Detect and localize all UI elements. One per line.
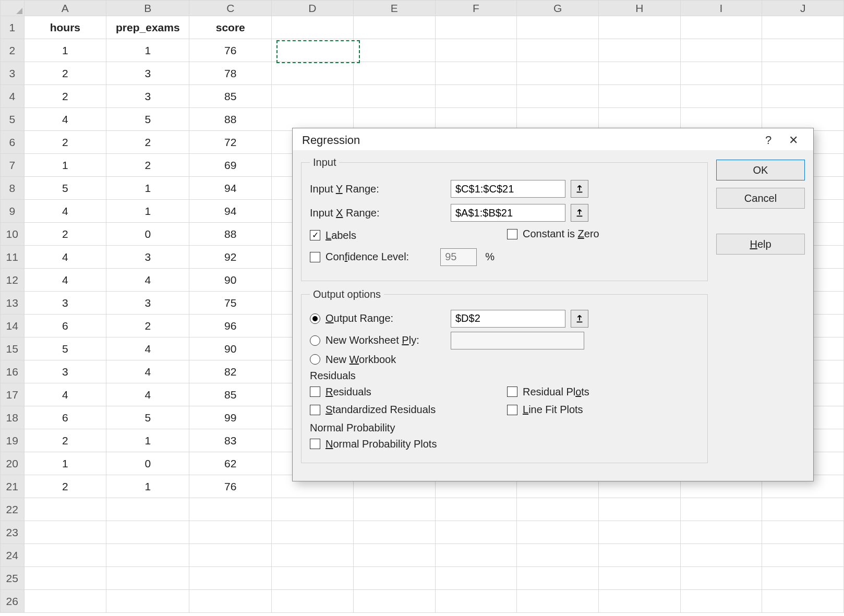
cell-C9[interactable]: 94 [189, 200, 272, 223]
row-header-20[interactable]: 20 [1, 452, 25, 475]
cell-B19[interactable]: 1 [106, 429, 189, 452]
column-header-F[interactable]: F [435, 1, 517, 16]
column-header-D[interactable]: D [272, 1, 354, 16]
row-header-1[interactable]: 1 [1, 16, 25, 39]
column-header-B[interactable]: B [106, 1, 189, 16]
cell-G5[interactable] [517, 108, 599, 131]
cell-A5[interactable]: 4 [24, 108, 106, 131]
row-header-11[interactable]: 11 [1, 246, 25, 269]
cell-C8[interactable]: 94 [189, 177, 272, 200]
cell-C26[interactable] [189, 590, 272, 613]
cell-G3[interactable] [517, 62, 599, 85]
cell-I1[interactable] [680, 16, 762, 39]
cell-C7[interactable]: 69 [189, 154, 272, 177]
cell-H3[interactable] [598, 62, 680, 85]
cell-A4[interactable]: 2 [24, 85, 106, 108]
cell-J4[interactable] [762, 85, 844, 108]
cell-C22[interactable] [189, 498, 272, 521]
collapse-range-icon[interactable] [571, 204, 588, 222]
cell-I25[interactable] [680, 567, 762, 590]
cell-B20[interactable]: 0 [106, 452, 189, 475]
cell-C25[interactable] [189, 567, 272, 590]
cell-H26[interactable] [598, 590, 680, 613]
cell-C12[interactable]: 90 [189, 269, 272, 292]
cell-I23[interactable] [680, 521, 762, 544]
cell-C13[interactable]: 75 [189, 292, 272, 315]
collapse-range-icon[interactable] [571, 310, 588, 328]
cell-B15[interactable]: 4 [106, 337, 189, 360]
new-workbook-radio[interactable]: New Workbook [310, 354, 396, 366]
standardized-residuals-checkbox[interactable]: Standardized Residuals [310, 404, 436, 416]
residual-plots-checkbox[interactable]: Residual Plots [507, 386, 589, 398]
cell-D23[interactable] [272, 521, 354, 544]
cell-A19[interactable]: 2 [24, 429, 106, 452]
column-header-C[interactable]: C [189, 1, 272, 16]
cell-A18[interactable]: 6 [24, 406, 106, 429]
cell-F5[interactable] [435, 108, 517, 131]
cell-G26[interactable] [517, 590, 599, 613]
row-header-4[interactable]: 4 [1, 85, 25, 108]
cell-A10[interactable]: 2 [24, 223, 106, 246]
cell-D25[interactable] [272, 567, 354, 590]
cell-C24[interactable] [189, 544, 272, 567]
cell-D4[interactable] [272, 85, 354, 108]
cell-F4[interactable] [435, 85, 517, 108]
cell-D2[interactable] [272, 39, 354, 62]
cell-F1[interactable] [435, 16, 517, 39]
column-header-A[interactable]: A [24, 1, 106, 16]
cell-D3[interactable] [272, 62, 354, 85]
cell-B10[interactable]: 0 [106, 223, 189, 246]
cell-H23[interactable] [598, 521, 680, 544]
cell-C15[interactable]: 90 [189, 337, 272, 360]
cancel-button[interactable]: Cancel [716, 188, 805, 209]
new-worksheet-ply-radio[interactable]: New Worksheet Ply: [310, 334, 445, 346]
cell-A16[interactable]: 3 [24, 360, 106, 383]
cell-J22[interactable] [762, 498, 844, 521]
cell-B24[interactable] [106, 544, 189, 567]
cell-B23[interactable] [106, 521, 189, 544]
cell-B2[interactable]: 1 [106, 39, 189, 62]
column-header-E[interactable]: E [353, 1, 435, 16]
cell-C20[interactable]: 62 [189, 452, 272, 475]
cell-B17[interactable]: 4 [106, 383, 189, 406]
row-header-16[interactable]: 16 [1, 360, 25, 383]
cell-E3[interactable] [353, 62, 435, 85]
help-button[interactable]: Help [716, 234, 805, 255]
cell-B18[interactable]: 5 [106, 406, 189, 429]
cell-A17[interactable]: 4 [24, 383, 106, 406]
cell-C10[interactable]: 88 [189, 223, 272, 246]
cell-F24[interactable] [435, 544, 517, 567]
column-header-I[interactable]: I [680, 1, 762, 16]
cell-J2[interactable] [762, 39, 844, 62]
cell-C16[interactable]: 82 [189, 360, 272, 383]
cell-E25[interactable] [353, 567, 435, 590]
cell-C23[interactable] [189, 521, 272, 544]
cell-H1[interactable] [598, 16, 680, 39]
cell-B5[interactable]: 5 [106, 108, 189, 131]
cell-A11[interactable]: 4 [24, 246, 106, 269]
cell-J1[interactable] [762, 16, 844, 39]
close-icon[interactable]: ✕ [781, 134, 806, 147]
cell-A1[interactable]: hours [24, 16, 106, 39]
row-header-22[interactable]: 22 [1, 498, 25, 521]
cell-C21[interactable]: 76 [189, 475, 272, 498]
cell-H25[interactable] [598, 567, 680, 590]
cell-D1[interactable] [272, 16, 354, 39]
cell-C5[interactable]: 88 [189, 108, 272, 131]
cell-E5[interactable] [353, 108, 435, 131]
cell-C11[interactable]: 92 [189, 246, 272, 269]
row-header-19[interactable]: 19 [1, 429, 25, 452]
row-header-18[interactable]: 18 [1, 406, 25, 429]
row-header-6[interactable]: 6 [1, 131, 25, 154]
row-header-7[interactable]: 7 [1, 154, 25, 177]
cell-I4[interactable] [680, 85, 762, 108]
cell-B7[interactable]: 2 [106, 154, 189, 177]
confidence-level-checkbox[interactable]: Confidence Level: [310, 251, 409, 263]
cell-B4[interactable]: 3 [106, 85, 189, 108]
cell-B26[interactable] [106, 590, 189, 613]
row-header-17[interactable]: 17 [1, 383, 25, 406]
cell-A13[interactable]: 3 [24, 292, 106, 315]
cell-A6[interactable]: 2 [24, 131, 106, 154]
cell-G25[interactable] [517, 567, 599, 590]
cell-E26[interactable] [353, 590, 435, 613]
